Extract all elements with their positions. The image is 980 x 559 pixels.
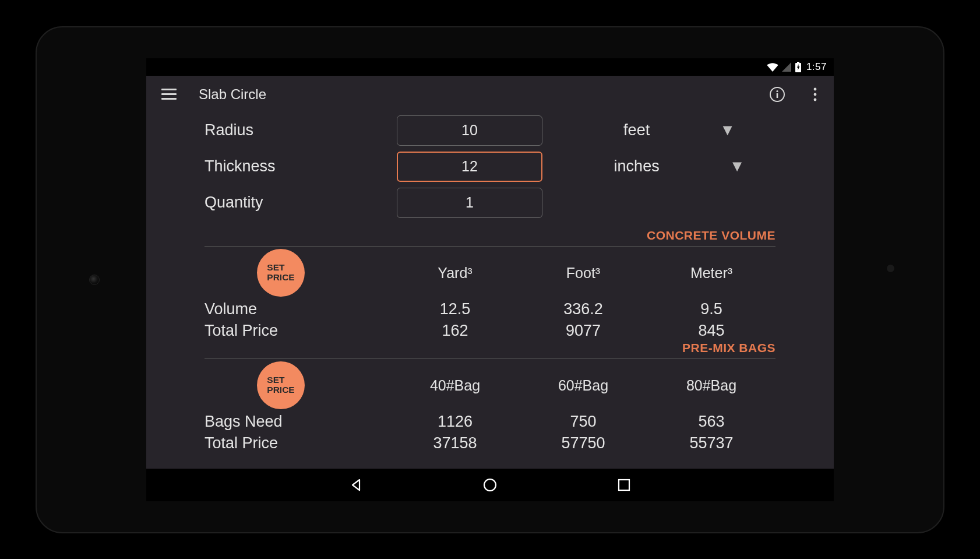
bags-head-40: 40#Bag (391, 377, 519, 394)
cell-signal-icon (782, 62, 791, 72)
volume-head-yard: Yard³ (391, 265, 519, 282)
volume-foot: 336.2 (519, 300, 647, 318)
bags-head-80: 80#Bag (647, 377, 775, 394)
volume-head-meter: Meter³ (647, 265, 775, 282)
screen: 1:57 Slab Circle Radius f (146, 58, 834, 501)
thickness-unit-value: inches (614, 157, 660, 175)
wifi-icon (767, 62, 778, 72)
app-bar: Slab Circle (146, 76, 834, 113)
page-title: Slab Circle (199, 86, 266, 103)
bags-need-60: 750 (519, 413, 647, 431)
android-nav-bar (146, 469, 834, 501)
thickness-input[interactable] (397, 152, 542, 182)
chevron-down-icon: ▼ (720, 121, 735, 139)
quantity-row: Quantity (205, 188, 775, 218)
svg-rect-6 (777, 93, 778, 98)
volume-grid: SET PRICE Yard³ Foot³ Meter³ Volume 12.5… (205, 250, 775, 340)
svg-point-10 (814, 98, 817, 101)
svg-rect-1 (797, 62, 799, 64)
volume-row-label: Volume (205, 300, 391, 318)
home-button[interactable] (478, 473, 502, 497)
content: Radius feet ▼ Thickness inches ▼ (146, 113, 834, 469)
svg-rect-12 (619, 480, 629, 490)
thickness-label: Thickness (205, 157, 397, 175)
divider (205, 358, 775, 359)
chevron-down-icon: ▼ (729, 157, 745, 175)
divider (205, 246, 775, 247)
overflow-menu-icon[interactable] (807, 82, 823, 107)
recents-button[interactable] (612, 473, 636, 497)
bags-need-label: Bags Need (205, 413, 391, 431)
volume-total-yard: 162 (391, 322, 519, 340)
bags-total-label: Total Price (205, 434, 391, 452)
radius-input[interactable] (397, 115, 542, 146)
volume-meter: 9.5 (647, 300, 775, 318)
set-price-bags-button[interactable]: SET PRICE (257, 361, 305, 409)
radius-unit-select[interactable]: feet ▼ (542, 121, 775, 139)
bags-need-80: 563 (647, 413, 775, 431)
radius-unit-value: feet (623, 121, 650, 139)
back-button[interactable] (344, 473, 368, 497)
tablet-frame: 1:57 Slab Circle Radius f (36, 26, 944, 533)
quantity-input[interactable] (397, 188, 542, 218)
svg-point-7 (776, 90, 778, 92)
volume-total-foot: 9077 (519, 322, 647, 340)
status-clock: 1:57 (806, 61, 827, 73)
svg-point-11 (484, 479, 496, 491)
quantity-label: Quantity (205, 194, 397, 212)
status-bar: 1:57 (146, 58, 834, 76)
volume-yard: 12.5 (391, 300, 519, 318)
hamburger-menu-icon[interactable] (157, 82, 181, 107)
bags-need-40: 1126 (391, 413, 519, 431)
volume-total-meter: 845 (647, 322, 775, 340)
tablet-sensor (887, 265, 894, 272)
tablet-camera (89, 275, 100, 285)
input-form: Radius feet ▼ Thickness inches ▼ (205, 115, 775, 218)
volume-total-label: Total Price (205, 322, 391, 340)
bags-head-60: 60#Bag (519, 377, 647, 394)
svg-point-8 (814, 87, 817, 90)
radius-row: Radius feet ▼ (205, 115, 775, 146)
radius-label: Radius (205, 121, 397, 139)
info-icon[interactable] (765, 82, 789, 107)
bags-total-80: 55737 (647, 434, 775, 452)
volume-head-foot: Foot³ (519, 265, 647, 282)
svg-rect-2 (161, 89, 177, 90)
svg-rect-3 (161, 93, 177, 95)
thickness-unit-select[interactable]: inches ▼ (542, 157, 775, 175)
bags-total-40: 37158 (391, 434, 519, 452)
set-price-volume-button[interactable]: SET PRICE (257, 249, 305, 297)
svg-point-9 (814, 93, 817, 96)
thickness-row: Thickness inches ▼ (205, 152, 775, 182)
premix-bags-title: PRE-MIX BAGS (205, 341, 775, 355)
battery-charging-icon (795, 62, 802, 72)
bags-grid: SET PRICE 40#Bag 60#Bag 80#Bag Bags Need… (205, 363, 775, 452)
svg-rect-4 (161, 98, 177, 100)
bags-total-60: 57750 (519, 434, 647, 452)
concrete-volume-title: CONCRETE VOLUME (205, 228, 775, 242)
